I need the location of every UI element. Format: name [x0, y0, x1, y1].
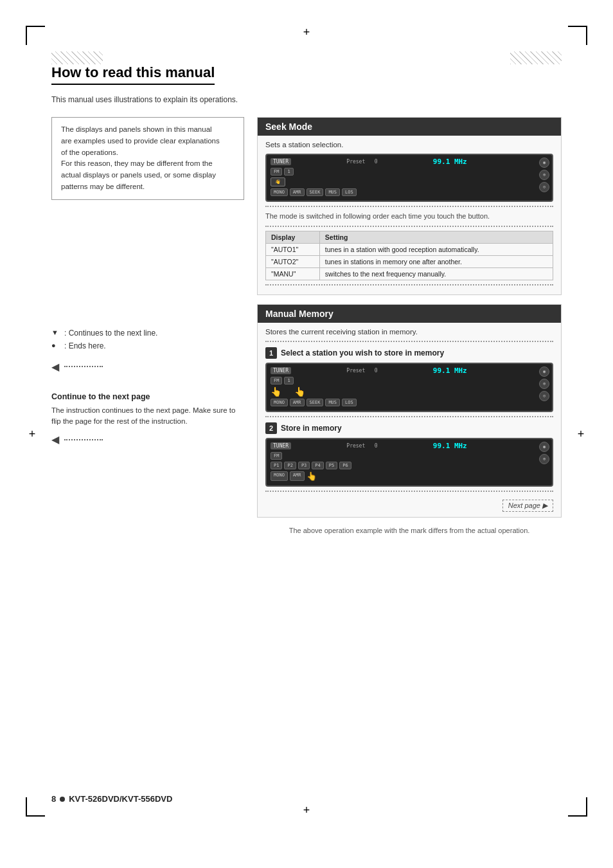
tuner3-preset: Preset 0 [346, 443, 377, 449]
page-model: KVT-526DVD/KVT-556DVD [69, 794, 172, 804]
tuner-display-1: TUNER Preset 0 99.1 MHz FM 1 👋 [265, 154, 553, 202]
crosshair-left [26, 428, 39, 440]
tuner3-row1: FM [271, 452, 548, 460]
two-col-layout: The displays and panels shown in this ma… [51, 117, 562, 534]
dotted-connector-2 [64, 439, 103, 440]
tuner2-mus: MUS [325, 399, 340, 406]
tuner-btn-mono: MONO [271, 188, 288, 196]
tuner-buttons-row-2: 👋 [271, 177, 548, 186]
seek-cell-auto1: "AUTO1" [266, 243, 320, 255]
tuner-btn-fm: FM [271, 168, 282, 176]
seek-col-display: Display [266, 231, 320, 243]
bottom-note: The above operation example with the mar… [257, 527, 562, 534]
main-content: How to read this manual This manual uses… [51, 64, 562, 804]
tuner3-label: TUNER [271, 442, 291, 449]
hash-tl [51, 51, 103, 64]
note-item-1: ▼ : Continues to the next line. [51, 329, 244, 338]
page-dot [60, 797, 65, 802]
note-text-2: : Ends here. [64, 341, 106, 350]
seek-row-1: "AUTO1" tunes in a station with good rec… [266, 243, 553, 255]
arrow-indicator-2: ◀ [51, 433, 105, 446]
step1-badge: 1 [265, 347, 277, 359]
tuner2-bottom: MONO AMR SEEK MUS LOS [271, 399, 548, 406]
crosshair-bottom [300, 804, 313, 817]
crosshair-top [300, 26, 313, 39]
info-line-5: actual displays or panels used, or some … [61, 170, 235, 181]
tuner-display-2: TUNER Preset 0 99.1 MHz FM 1 👆 👆 [265, 363, 553, 412]
seek-mode-body: Sets a station selection. TUNER Preset 0… [258, 136, 561, 294]
hand-icon-3: 👆 [306, 471, 317, 481]
next-page-box: Next page ▶ [502, 500, 553, 512]
seek-mode-subtitle: Sets a station selection. [265, 141, 553, 149]
reg-mark-br [568, 797, 587, 817]
page-num: 8 [51, 794, 56, 804]
tuner-freq: 99.1 MHz [433, 158, 467, 166]
info-line-3: of the operations. [61, 147, 235, 159]
tuner-label: TUNER [271, 158, 291, 165]
tuner2-icons: ◉ ⊕ ⊙ [539, 366, 549, 401]
tuner2-top: TUNER Preset 0 99.1 MHz [271, 366, 548, 375]
tuner3-p6: P6 [339, 462, 351, 469]
info-line-2: are examples used to provide clear expla… [61, 136, 235, 147]
note-icon-2: ● [51, 341, 60, 349]
tuner3-fm: FM [271, 452, 282, 460]
step1-dotted-top [265, 341, 553, 342]
seek-mode-text: The mode is switched in following order … [265, 211, 553, 222]
seek-cell-auto2-desc: tunes in stations in memory one after an… [319, 255, 553, 267]
seek-dotted-1 [265, 206, 553, 207]
tuner3-icon-2: ⊕ [539, 454, 549, 464]
tuner-btn-main: 👋 [271, 177, 285, 186]
hand-icon-1: 👆 [271, 386, 281, 397]
tuner-display-3: TUNER Preset 0 99.1 MHz FM P1 P2 P3 [265, 438, 553, 487]
hash-tr [510, 51, 562, 64]
tuner3-bottom: MONO AMR 👆 [271, 471, 548, 481]
arrow-left-icon-2: ◀ [51, 433, 59, 446]
page-number-section: 8 KVT-526DVD/KVT-556DVD [51, 794, 172, 804]
manual-memory-header: Manual Memory [258, 305, 561, 323]
tuner3-freq: 99.1 MHz [433, 442, 467, 450]
reg-mark-bl [26, 797, 45, 817]
left-column: The displays and panels shown in this ma… [51, 117, 244, 446]
tuner2-mono: MONO [271, 399, 288, 406]
tuner2-los: LOS [342, 399, 357, 406]
continue-section: Continue to the next page The instructio… [51, 392, 244, 446]
tuner3-preset-row: P1 P2 P3 P4 P5 P6 [271, 462, 548, 469]
info-box: The displays and panels shown in this ma… [51, 117, 244, 200]
seek-dotted-3 [265, 284, 553, 285]
manual-memory-body: Stores the current receiving station in … [258, 323, 561, 517]
tuner-btn-seek: SEEK [306, 188, 324, 196]
tuner-btn-los: LOS [342, 188, 357, 196]
manual-memory-panel: Manual Memory Stores the current receivi… [257, 304, 562, 518]
tuner2-freq: 99.1 MHz [433, 366, 467, 375]
tuner-icon-1: ◉ [539, 158, 549, 168]
tuner3-icons: ◉ ⊕ [539, 442, 549, 464]
step1-label: 1 Select a station you wish to store in … [265, 347, 553, 359]
seek-dotted-2 [265, 226, 553, 227]
seek-table: Display Setting "AUTO1" tunes in a stati… [265, 231, 553, 280]
intro-text: This manual uses illustrations to explai… [51, 94, 562, 105]
tuner2-icon-2: ⊕ [539, 379, 549, 389]
tuner3-mono: MONO [271, 471, 288, 481]
tuner2-row1: FM 1 [271, 377, 548, 384]
tuner3-top: TUNER Preset 0 99.1 MHz [271, 442, 548, 450]
tuner3-icon-1: ◉ [539, 442, 549, 452]
info-line-1: The displays and panels shown in this ma… [61, 124, 235, 136]
tuner3-p2: P2 [284, 462, 296, 469]
next-page-container: Next page ▶ [265, 496, 553, 512]
arrow-indicator-1: ◀ [51, 361, 105, 373]
info-line-6: patterns may be different. [61, 181, 235, 193]
tuner2-seek: SEEK [306, 399, 324, 406]
seek-row-2: "AUTO2" tunes in stations in memory one … [266, 255, 553, 267]
hand-icon-2: 👆 [294, 386, 305, 397]
seek-cell-manu: "MANU" [266, 267, 320, 280]
tuner3-amr: AMR [290, 471, 305, 481]
reg-mark-tl [26, 26, 45, 45]
tuner2-icon-1: ◉ [539, 366, 549, 377]
seek-mode-panel: Seek Mode Sets a station selection. TUNE… [257, 117, 562, 295]
tuner-btn-1: 1 [284, 168, 293, 176]
reg-mark-tr [568, 26, 587, 45]
tuner2-amr: AMR [290, 399, 305, 406]
continue-text: The instruction continues to the next pa… [51, 405, 244, 428]
arrow-left-icon: ◀ [51, 361, 59, 373]
seek-cell-auto2: "AUTO2" [266, 255, 320, 267]
